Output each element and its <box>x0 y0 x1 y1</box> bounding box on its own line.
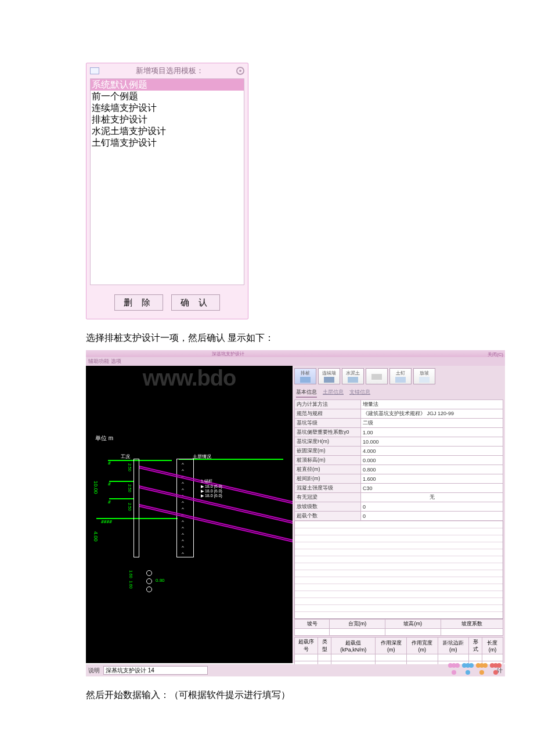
list-item[interactable]: 土钉墙支护设计 <box>91 137 244 149</box>
dim-embed: 4.00 <box>93 531 99 542</box>
info-table-filler <box>294 521 503 619</box>
app-menubar[interactable]: 辅助功能 选项 <box>86 357 505 366</box>
toolbar: 排桩 连续墙 水泥土 土钉 放坡 <box>293 366 505 387</box>
template-listbox[interactable]: 系统默认例题 前一个例题 连续墙支护设计 排桩支护设计 水泥土墙支护设计 土钉墙… <box>90 78 244 285</box>
status-input[interactable] <box>103 666 208 675</box>
tab-basic[interactable]: 基本信息 <box>296 388 317 398</box>
app-body: www.bdo 单位 m 工况 土层情况 //// //// //// ////… <box>86 366 505 663</box>
drawing-canvas[interactable]: www.bdo 单位 m 工况 土层情况 //// //// //// ////… <box>86 366 293 663</box>
basic-info-table[interactable]: 内力计算方法增量法 规范与规程《建筑基坑支护技术规程》 JGJ 120-99 基… <box>294 399 503 521</box>
instruction-text-2: 然后开始数据输入：（可根据软件提示进行填写） <box>86 689 522 701</box>
decorative-flowers-icon <box>448 663 503 675</box>
list-item[interactable]: 排桩支护设计 <box>91 114 244 125</box>
tool-cement[interactable]: 水泥土 <box>342 368 364 384</box>
app-title: 深基坑支护设计 <box>212 351 244 357</box>
window-controls: 关闭(C) <box>488 351 503 356</box>
instruction-text-1: 选择排桩支护设计一项，然后确认 显示如下： <box>86 332 522 344</box>
app-titlebar: 深基坑支护设计 关闭(C) <box>86 350 505 357</box>
list-item[interactable]: 连续墙支护设计 <box>91 102 244 114</box>
confirm-button[interactable]: 确 认 <box>171 294 220 311</box>
dialog-buttons: 删 除 确 认 <box>86 289 248 319</box>
tool-blank[interactable] <box>366 368 388 384</box>
close-icon[interactable] <box>236 67 244 75</box>
tool-wall[interactable]: 连续墙 <box>318 368 340 384</box>
tab-anchor[interactable]: 支锚信息 <box>349 388 370 398</box>
system-menu-icon[interactable] <box>90 67 99 74</box>
app-window: 深基坑支护设计 关闭(C) 辅助功能 选项 www.bdo 单位 m 工况 土层… <box>86 350 505 676</box>
slope-table[interactable]: 坡号 台宽(m) 坡高(m) 坡度系数 <box>294 619 503 636</box>
tool-pile[interactable]: 排桩 <box>294 368 316 384</box>
dialog-titlebar: 新增项目选用模板： <box>86 63 248 78</box>
tool-slope[interactable]: 放坡 <box>413 368 435 384</box>
template-dialog: 新增项目选用模板： 系统默认例题 前一个例题 连续墙支护设计 排桩支护设计 水泥… <box>86 63 248 319</box>
list-item[interactable]: 水泥土墙支护设计 <box>91 125 244 137</box>
watermark: www.bdo <box>86 366 293 391</box>
dialog-title: 新增项目选用模板： <box>103 66 236 76</box>
delete-button[interactable]: 删 除 <box>114 294 163 311</box>
unit-label: 单位 m <box>95 434 113 442</box>
top-label-right: 土层情况 <box>193 453 211 460</box>
status-label: 说明 <box>88 667 100 675</box>
close-label[interactable]: 关闭(C) <box>488 351 503 356</box>
tabs: 基本信息 土层信息 支锚信息 <box>293 387 505 398</box>
list-item[interactable]: 前一个例题 <box>91 91 244 102</box>
tool-nail[interactable]: 土钉 <box>389 368 412 384</box>
right-panel: 排桩 连续墙 水泥土 土钉 放坡 基本信息 土层信息 支锚信息 内力计算方法增量… <box>293 366 505 663</box>
top-label-left: 工况 <box>121 453 130 460</box>
circle-dim: 0.80 <box>156 578 165 583</box>
list-item[interactable]: 系统默认例题 <box>91 79 244 91</box>
dim-total: 10.00 <box>93 481 99 494</box>
tab-soil[interactable]: 土层信息 <box>323 388 344 398</box>
status-bar: 说明 计 <box>86 664 505 676</box>
